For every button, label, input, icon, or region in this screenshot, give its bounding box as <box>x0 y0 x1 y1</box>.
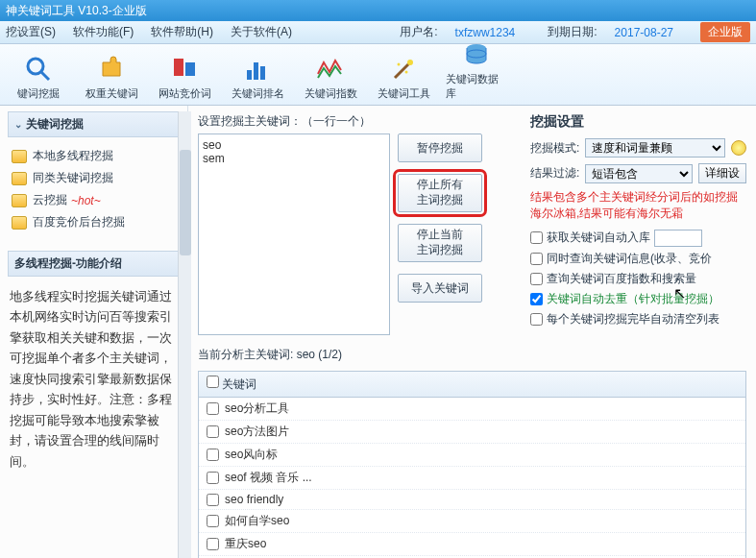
table-row[interactable]: seo风向标 <box>199 444 745 467</box>
tool-site-bid[interactable]: 网站竞价词 <box>152 52 217 103</box>
row-checkbox[interactable] <box>207 425 219 438</box>
tool-keyword-db[interactable]: 关键词数据库 <box>444 37 509 103</box>
table-row[interactable]: seof 视频 音乐 ... <box>199 467 745 490</box>
tool-weight-keyword[interactable]: 权重关键词 <box>79 52 144 103</box>
svg-point-10 <box>405 71 408 74</box>
pause-button[interactable]: 暂停挖掘 <box>398 133 482 162</box>
chk-query-info[interactable] <box>530 253 543 265</box>
table-row[interactable]: 如何自学seo <box>199 510 745 533</box>
collapse-icon: ⌄ <box>14 119 22 130</box>
tool-keyword-index[interactable]: 关键词指数 <box>298 52 363 103</box>
mode-label: 挖掘模式: <box>530 140 579 157</box>
settings-title: 挖掘设置 <box>530 113 746 131</box>
table-row[interactable]: seo分析工具 <box>199 398 745 421</box>
wand-icon <box>388 54 419 85</box>
menu-settings[interactable]: 挖设置(S) <box>6 24 56 40</box>
chk-query-index[interactable] <box>530 273 543 285</box>
seed-input[interactable] <box>198 133 390 335</box>
table-header-checkbox[interactable] <box>207 376 219 388</box>
tool-keyword-rank[interactable]: 关键词排名 <box>225 52 290 103</box>
filter-select[interactable]: 短语包含 <box>585 164 693 183</box>
chk-label: 每个关键词挖掘完毕自动清空列表 <box>547 311 719 328</box>
tool-label: 键词挖掘 <box>17 86 60 101</box>
enterprise-badge: 企业版 <box>700 22 750 42</box>
row-checkbox[interactable] <box>207 472 219 484</box>
keyword-table: 关键词 seo分析工具seo方法图片seo风向标seof 视频 音乐 ...se… <box>198 371 746 558</box>
toolbar: 键词挖掘 权重关键词 网站竞价词 关键词排名 关键词指数 关键词工具 关键词数据… <box>0 44 756 106</box>
tree-label: 本地多线程挖掘 <box>33 148 113 164</box>
chk-label: 同时查询关键词信息(收录、竞价 <box>547 251 712 267</box>
table-header[interactable]: 关键词 <box>199 372 745 398</box>
db-icon <box>461 39 492 70</box>
row-label: seo分析工具 <box>225 400 289 417</box>
table-row[interactable]: seo方法图片 <box>199 421 745 444</box>
title-bar: 神关键词工具 V10.3-企业版 <box>0 0 756 21</box>
chk-auto-store[interactable] <box>530 231 543 244</box>
detail-button[interactable]: 详细设 <box>698 163 746 183</box>
row-checkbox[interactable] <box>207 449 219 461</box>
svg-rect-6 <box>260 66 265 80</box>
chk-label: 获取关键词自动入库 <box>547 230 650 246</box>
user-label: 用户名: <box>400 24 437 40</box>
svg-rect-3 <box>185 62 195 76</box>
tree-label: 云挖掘 <box>33 192 67 208</box>
tool-keyword-dig[interactable]: 键词挖掘 <box>6 52 71 103</box>
chart-icon <box>242 54 273 85</box>
table-row[interactable]: 重庆seo <box>199 533 745 556</box>
chk-label: 关键词自动去重（针对批量挖掘） <box>547 291 719 307</box>
sidebar: ⌄ 关键词挖掘 本地多线程挖掘 同类关键词挖掘 云挖掘~hot~ 百度竞价后台挖… <box>0 106 188 558</box>
puzzle-icon <box>96 54 127 85</box>
chk-clear[interactable] <box>530 313 543 326</box>
tree: 本地多线程挖掘 同类关键词挖掘 云挖掘~hot~ 百度竞价后台挖掘 <box>8 137 180 247</box>
svg-line-1 <box>41 72 49 80</box>
chk-dedup[interactable] <box>530 293 543 305</box>
menu-about[interactable]: 关于软件(A) <box>231 24 292 40</box>
svg-rect-4 <box>247 70 252 80</box>
svg-point-0 <box>28 59 43 74</box>
row-label: seo风向标 <box>225 447 278 463</box>
filter-label: 结果过滤: <box>530 165 579 182</box>
svg-rect-5 <box>254 62 258 80</box>
menu-functions[interactable]: 软件功能(F) <box>73 24 134 40</box>
tool-label: 关键词排名 <box>232 86 284 101</box>
search-icon <box>23 54 54 85</box>
tools-icon <box>169 54 200 85</box>
main-panel: 设置挖掘主关键词：（一行一个） 暂停挖掘 停止所有 主词挖掘 停止当前 主词挖掘… <box>188 106 756 558</box>
expire-label: 到期日期: <box>548 24 597 40</box>
scrollbar-thumb[interactable] <box>180 150 191 255</box>
seed-label: 设置挖掘主关键词：（一行一个） <box>198 113 515 130</box>
folder-icon <box>12 194 27 207</box>
tool-label: 关键词工具 <box>378 86 430 101</box>
auto-store-input[interactable] <box>654 230 702 247</box>
tree-item-similar[interactable]: 同类关键词挖掘 <box>12 167 176 189</box>
stop-all-button[interactable]: 停止所有 主词挖掘 <box>398 174 482 212</box>
tool-keyword-tools[interactable]: 关键词工具 <box>371 52 436 103</box>
folder-icon <box>12 150 27 163</box>
window-title: 神关键词工具 V10.3-企业版 <box>6 3 147 19</box>
row-checkbox[interactable] <box>207 538 219 550</box>
row-label: 如何自学seo <box>225 513 289 529</box>
sidebar-scrollbar[interactable] <box>178 111 191 558</box>
table-header-label: 关键词 <box>222 377 256 391</box>
stop-current-button[interactable]: 停止当前 主词挖掘 <box>398 224 482 262</box>
tree-item-baidu-bid[interactable]: 百度竞价后台挖掘 <box>12 211 176 233</box>
bulb-icon[interactable] <box>731 140 746 156</box>
mode-select[interactable]: 速度和词量兼顾 <box>585 138 725 158</box>
menu-help[interactable]: 软件帮助(H) <box>151 24 213 40</box>
tool-label: 网站竞价词 <box>159 86 211 101</box>
row-checkbox[interactable] <box>207 402 219 415</box>
import-button[interactable]: 导入关键词 <box>398 274 482 303</box>
table-row[interactable]: seo friendly <box>199 490 745 510</box>
tool-label: 关键词指数 <box>305 86 357 101</box>
svg-line-7 <box>395 62 410 78</box>
tool-label: 关键词数据库 <box>446 72 507 101</box>
row-label: seof 视频 音乐 ... <box>225 470 312 486</box>
sidebar-panel-header[interactable]: ⌄ 关键词挖掘 <box>8 111 180 137</box>
tree-item-cloud[interactable]: 云挖掘~hot~ <box>12 189 176 211</box>
row-checkbox[interactable] <box>207 515 219 527</box>
row-label: seo方法图片 <box>225 424 289 440</box>
row-label: 重庆seo <box>225 536 266 552</box>
tree-item-local[interactable]: 本地多线程挖掘 <box>12 145 176 167</box>
row-checkbox[interactable] <box>207 494 219 506</box>
svg-point-9 <box>398 63 401 66</box>
